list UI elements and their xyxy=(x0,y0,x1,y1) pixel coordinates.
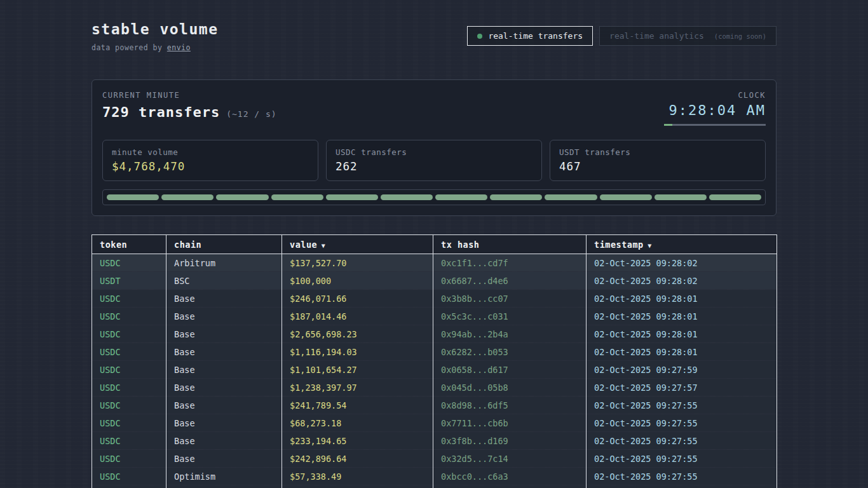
cell-token: USDC xyxy=(92,325,166,343)
column-header-timestamp[interactable]: timestamp ▼ xyxy=(587,235,777,254)
stat-value: 262 xyxy=(336,160,532,173)
cell-hash[interactable]: 0x0658...d617 xyxy=(433,361,587,379)
stat-label: minute volume xyxy=(112,147,309,157)
cell-hash[interactable]: 0x7711...cb6b xyxy=(433,414,587,432)
cell-value: $242,896.64 xyxy=(282,450,433,468)
cell-token: USDT xyxy=(92,272,166,290)
cell-chain: Base xyxy=(166,432,282,450)
cell-hash[interactable]: 0xc1f1...cd7f xyxy=(433,254,587,272)
cell-chain: Base xyxy=(166,308,282,325)
column-header-tx-hash: tx hash xyxy=(433,235,587,254)
cell-time: 02-Oct-2025 09:27:59 xyxy=(587,361,777,379)
cell-value: $233,194.65 xyxy=(282,432,433,450)
column-header-value[interactable]: value ▼ xyxy=(282,235,433,254)
cell-token: USDC xyxy=(92,450,166,468)
cell-token: USDC xyxy=(92,361,166,379)
minute-segment xyxy=(600,194,652,200)
table-header-row: tokenchainvalue ▼tx hashtimestamp ▼ xyxy=(92,235,777,254)
column-header-chain: chain xyxy=(166,235,282,254)
cell-hash[interactable]: 0x6282...b053 xyxy=(433,343,587,361)
cell-token: USDC xyxy=(92,432,166,450)
cell-chain: Base xyxy=(166,343,282,361)
cell-value: $233,194.65 xyxy=(282,485,433,488)
cell-value: $187,014.46 xyxy=(282,308,433,325)
stat-label: USDC transfers xyxy=(336,147,532,157)
subtitle-text: data powered by xyxy=(92,43,167,52)
minute-segment xyxy=(216,194,268,200)
stat-minute-volume: minute volume $4,768,470 xyxy=(102,140,318,181)
clock-label: CLOCK xyxy=(664,91,766,100)
clock-progress-track xyxy=(664,124,766,126)
table-row: USDCBase$68,273.180x7711...cb6b02-Oct-20… xyxy=(92,414,777,432)
stat-value: 467 xyxy=(559,160,756,173)
subtitle: data powered by envio xyxy=(92,43,219,52)
cell-time: 02-Oct-2025 09:27:55 xyxy=(587,450,777,468)
minute-segment xyxy=(490,194,542,200)
view-tabs: real-time transfers real-time analytics … xyxy=(467,26,776,46)
cell-chain: Base xyxy=(166,450,282,468)
panel-top: CURRENT MINUTE 729 transfers (~12 / s) C… xyxy=(102,91,766,126)
cell-chain: Arbitrum xyxy=(166,254,282,272)
cell-hash[interactable]: 0xbcc0...c6a3 xyxy=(433,468,587,485)
table-row: USDCBase$233,194.650x3f8b...d16902-Oct-2… xyxy=(92,432,777,450)
cell-hash[interactable]: 0x3b8b...cc07 xyxy=(433,290,587,308)
table-row: USDCArbitrum$137,527.700xc1f1...cd7f02-O… xyxy=(92,254,777,272)
cell-hash[interactable]: 0x5c3c...c031 xyxy=(433,308,587,325)
minute-segments-bar xyxy=(102,189,766,205)
current-minute-panel: CURRENT MINUTE 729 transfers (~12 / s) C… xyxy=(92,79,776,216)
table-row: USDCOptimism$57,338.490xbcc0...c6a302-Oc… xyxy=(92,468,777,485)
cell-chain: Base xyxy=(166,379,282,396)
cell-hash[interactable]: 0x32d5...7c14 xyxy=(433,450,587,468)
page-title: stable volume xyxy=(92,22,219,37)
stat-label: USDT transfers xyxy=(559,147,756,157)
table-row: USDCBase$241,789.540x8d98...6df502-Oct-2… xyxy=(92,396,777,414)
minute-segment xyxy=(161,194,214,200)
clock-progress-fill xyxy=(664,124,672,126)
cell-hash[interactable]: 0x045d...05b8 xyxy=(433,379,587,396)
branding: stable volume data powered by envio xyxy=(92,22,219,52)
cell-time: 02-Oct-2025 09:27:55 xyxy=(587,396,777,414)
minute-segment xyxy=(107,194,159,200)
cell-hash[interactable]: 0x8d98...6df5 xyxy=(433,396,587,414)
tab-real-time-analytics: real-time analytics (coming soon) xyxy=(599,26,776,46)
cell-chain: Base xyxy=(166,485,282,488)
cell-token: USDC xyxy=(92,396,166,414)
current-minute-label: CURRENT MINUTE xyxy=(102,91,277,100)
table-row: USDCBase$1,238,397.970x045d...05b802-Oct… xyxy=(92,379,777,396)
cell-time: 02-Oct-2025 09:27:55 xyxy=(587,414,777,432)
cell-token: USDC xyxy=(92,308,166,325)
cell-chain: Base xyxy=(166,290,282,308)
stats-row: minute volume $4,768,470 USDC transfers … xyxy=(102,140,766,181)
cell-value: $1,116,194.03 xyxy=(282,343,433,361)
live-dot-icon xyxy=(477,34,482,39)
cell-chain: Base xyxy=(166,396,282,414)
table-row: USDCBase$2,656,698.230x94ab...2b4a02-Oct… xyxy=(92,325,777,343)
minute-segment xyxy=(709,194,761,200)
cell-time: 02-Oct-2025 09:28:01 xyxy=(587,325,777,343)
minute-segment xyxy=(381,194,433,200)
cell-token: USDC xyxy=(92,468,166,485)
cell-value: $57,338.49 xyxy=(282,468,433,485)
table-row: USDCBase$233,194.650xbf75...366102-Oct-2… xyxy=(92,485,777,488)
cell-token: USDC xyxy=(92,414,166,432)
tab-label: real-time analytics xyxy=(609,31,704,41)
cell-value: $1,238,397.97 xyxy=(282,379,433,396)
cell-hash[interactable]: 0x94ab...2b4a xyxy=(433,325,587,343)
transfer-count: 729 transfers xyxy=(102,104,220,120)
column-header-token: token xyxy=(92,235,166,254)
tab-real-time-transfers[interactable]: real-time transfers xyxy=(467,26,593,46)
cell-hash[interactable]: 0x3f8b...d169 xyxy=(433,432,587,450)
tab-label: real-time transfers xyxy=(488,31,583,41)
cell-value: $68,273.18 xyxy=(282,414,433,432)
cell-hash[interactable]: 0xbf75...3661 xyxy=(433,485,587,488)
table-row: USDCBase$187,014.460x5c3c...c03102-Oct-2… xyxy=(92,308,777,325)
stat-usdc-transfers: USDC transfers 262 xyxy=(326,140,542,181)
envio-link[interactable]: envio xyxy=(167,43,191,52)
cell-token: USDC xyxy=(92,290,166,308)
cell-chain: Base xyxy=(166,414,282,432)
minute-segment xyxy=(271,194,323,200)
cell-chain: Base xyxy=(166,325,282,343)
cell-hash[interactable]: 0x6687...d4e6 xyxy=(433,272,587,290)
current-minute-block: CURRENT MINUTE 729 transfers (~12 / s) xyxy=(102,91,277,120)
table-row: USDCBase$242,896.640x32d5...7c1402-Oct-2… xyxy=(92,450,777,468)
